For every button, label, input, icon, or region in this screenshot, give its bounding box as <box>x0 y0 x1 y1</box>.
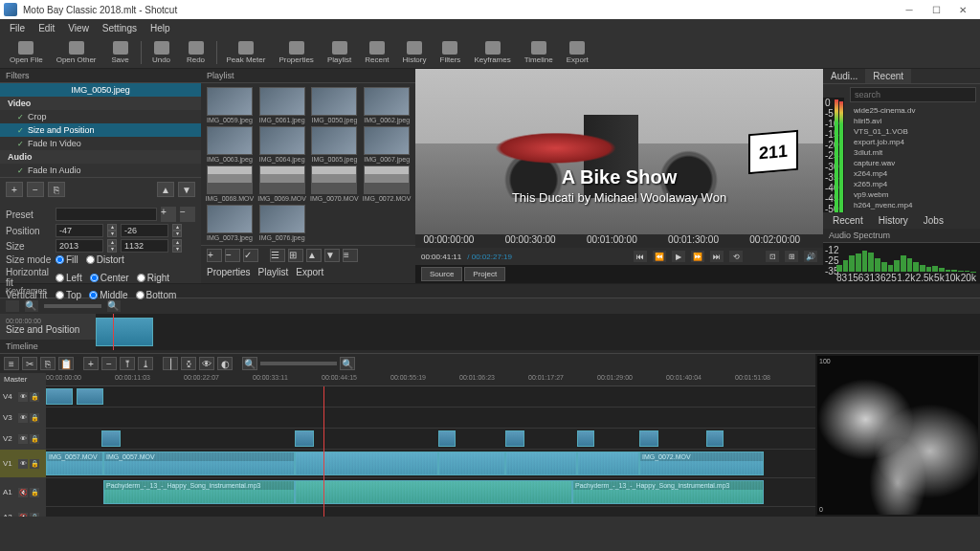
subtab-history[interactable]: History <box>873 214 914 227</box>
track-v1-header[interactable]: V1👁🔒 <box>0 450 46 477</box>
recent-item[interactable]: vp9.webm <box>846 189 980 200</box>
position-y-input[interactable] <box>121 224 168 237</box>
playlist-up-button[interactable]: ▲ <box>306 249 322 262</box>
kf-track[interactable] <box>96 314 980 350</box>
tl-cut-button[interactable]: ✂ <box>22 357 37 370</box>
clip[interactable]: Pachyderm_-_13_-_Happy_Song_instrumental… <box>572 480 764 504</box>
size-h-input[interactable] <box>121 239 168 253</box>
copy-filter-button[interactable]: ⎘ <box>48 182 65 197</box>
recent-item[interactable]: 3dlut.mlt <box>846 147 980 158</box>
clip[interactable] <box>101 430 121 447</box>
preset-del-button[interactable]: − <box>180 207 195 222</box>
playlist-item[interactable]: IMG_0065.jpeg <box>310 126 360 163</box>
recent-button[interactable]: Recent <box>359 39 394 66</box>
tl-zoom-slider[interactable] <box>260 362 337 365</box>
tl-lift-button[interactable]: ⤒ <box>120 357 135 370</box>
rewind-button[interactable]: ⏪ <box>653 251 666 262</box>
video-viewer[interactable]: 211 A Bike Show This Ducati by Michael W… <box>415 69 823 234</box>
tab-project[interactable]: Project <box>464 267 505 281</box>
playlist-item[interactable]: IMG_0076.jpeg <box>257 205 307 241</box>
kf-clip[interactable] <box>96 318 153 346</box>
playlist-item[interactable]: IMG_0070.MOV <box>310 165 360 202</box>
clip[interactable] <box>438 452 505 475</box>
tl-overwrite-button[interactable]: ⤓ <box>138 357 153 370</box>
tl-copy-button[interactable]: ⎘ <box>40 357 56 370</box>
clip[interactable] <box>77 388 103 405</box>
playlist-check-button[interactable]: ✓ <box>243 249 258 262</box>
loop-button[interactable]: ⟲ <box>729 251 743 262</box>
track-v2-header[interactable]: V2👁🔒 <box>0 429 46 449</box>
properties-button[interactable]: Properties <box>273 39 319 66</box>
tab-export[interactable]: Export <box>296 267 323 277</box>
clip[interactable]: IMG_0057.MOV <box>103 452 295 475</box>
subtab-recent[interactable]: Recent <box>827 214 869 227</box>
move-up-button[interactable]: ▲ <box>157 182 174 197</box>
history-button[interactable]: History <box>397 39 433 66</box>
playlist-item[interactable]: IMG_0062.jpeg <box>362 87 412 123</box>
clip[interactable]: Pachyderm_-_13_-_Happy_Song_instrumental… <box>103 480 295 504</box>
kf-menu-button[interactable] <box>6 300 19 312</box>
playlist-item[interactable]: IMG_0073.jpeg <box>205 205 255 241</box>
peak-meter-button[interactable]: Peak Meter <box>221 39 272 66</box>
preset-select[interactable] <box>56 208 157 221</box>
recent-item[interactable]: x265.mp4 <box>846 179 980 189</box>
recent-item[interactable]: capture.wav <box>846 158 980 168</box>
master-label[interactable]: Master <box>0 373 46 386</box>
tab-recent[interactable]: Recent <box>865 69 911 83</box>
recent-item[interactable]: export.job.mp4 <box>846 137 980 147</box>
filters-button[interactable]: Filters <box>434 39 466 66</box>
forward-button[interactable]: ⏩ <box>691 251 704 262</box>
menu-edit[interactable]: Edit <box>33 21 60 35</box>
playlist-item[interactable]: IMG_0069.MOV <box>257 165 307 202</box>
kf-zoom-in-button[interactable]: 🔍 <box>107 300 121 312</box>
tl-zoom-out-button[interactable]: 🔍 <box>242 357 257 370</box>
keyframes-button[interactable]: Keyframes <box>468 39 516 66</box>
clip[interactable] <box>505 430 524 447</box>
track-a1-header[interactable]: A1🔇🔒 <box>0 478 46 506</box>
kf-zoom-slider[interactable] <box>44 304 101 308</box>
clip[interactable] <box>577 452 639 475</box>
clip[interactable] <box>46 388 73 405</box>
playlist-item[interactable]: IMG_0050.jpeg <box>310 87 360 123</box>
zoom-fit-button[interactable]: ⊡ <box>766 251 779 262</box>
skip-end-button[interactable]: ⏭ <box>710 251 724 262</box>
tl-menu-button[interactable]: ≡ <box>4 357 19 370</box>
timeline-ruler[interactable]: 00:00:00:0000:00:11:0300:00:22:0700:00:3… <box>46 373 815 386</box>
playlist-down-button[interactable]: ▼ <box>324 249 340 262</box>
tl-zoom-in-button[interactable]: 🔍 <box>340 357 355 370</box>
filter-fade-in-video[interactable]: Fade In Video <box>0 137 201 150</box>
grid-button[interactable]: ⊞ <box>785 251 798 262</box>
clip[interactable]: IMG_0057.MOV <box>46 452 103 475</box>
menu-help[interactable]: Help <box>145 21 176 35</box>
filter-size-position[interactable]: Size and Position <box>0 123 201 137</box>
tl-ripple-button[interactable]: ◐ <box>217 357 233 370</box>
tl-append-button[interactable]: + <box>83 357 99 370</box>
open-file-button[interactable]: Open File <box>4 39 49 66</box>
tl-split-button[interactable]: ⎮ <box>163 357 178 370</box>
skip-start-button[interactable]: ⏮ <box>634 251 647 262</box>
volume-button[interactable]: 🔊 <box>804 251 817 262</box>
position-x-input[interactable] <box>56 224 103 237</box>
filter-fade-in-audio[interactable]: Fade In Audio <box>0 164 201 177</box>
clip[interactable] <box>295 452 438 475</box>
playlist-menu-button[interactable]: ≡ <box>343 249 358 262</box>
menu-view[interactable]: View <box>62 21 95 35</box>
tl-paste-button[interactable]: 📋 <box>58 357 74 370</box>
open-other-button[interactable]: Open Other <box>51 39 102 66</box>
playlist-grid-view-button[interactable]: ⊞ <box>288 249 303 262</box>
playlist-add-button[interactable]: + <box>207 249 222 262</box>
playlist-remove-button[interactable]: − <box>225 249 240 262</box>
add-filter-button[interactable]: + <box>6 182 23 197</box>
playlist-list-view-button[interactable]: ☰ <box>270 249 285 262</box>
playlist-item[interactable]: IMG_0068.MOV <box>205 165 255 202</box>
kf-zoom-out-button[interactable]: 🔍 <box>25 300 38 312</box>
track-v4-header[interactable]: V4👁🔒 <box>0 386 46 407</box>
recent-item[interactable]: hevc_nvenc.mp4 <box>846 210 980 212</box>
recent-item[interactable]: wide25-cinema.dv <box>846 105 980 116</box>
playlist-item[interactable]: IMG_0059.jpeg <box>205 87 255 123</box>
export-button[interactable]: Export <box>561 39 594 66</box>
play-button[interactable]: ▶ <box>672 251 685 262</box>
menu-settings[interactable]: Settings <box>97 21 143 35</box>
tl-remove-button[interactable]: − <box>101 357 117 370</box>
tl-scrub-button[interactable]: 👁 <box>199 357 214 370</box>
